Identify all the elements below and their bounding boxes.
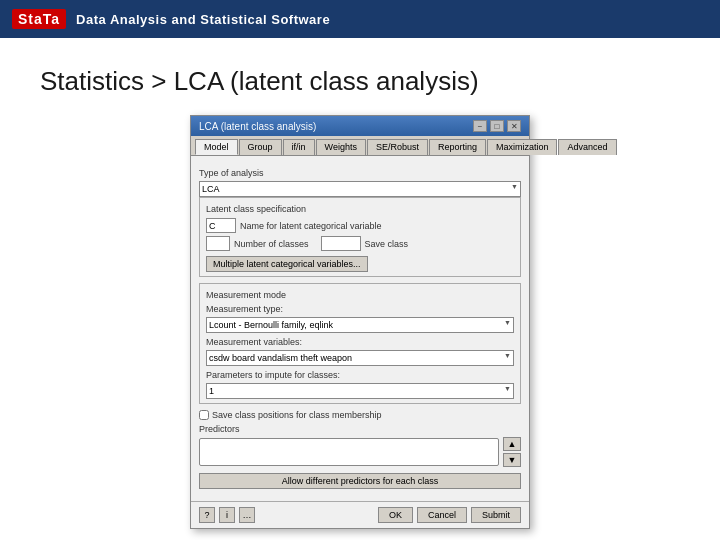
latent-class-spec-section: Latent class specification Name for late…	[199, 197, 521, 277]
type-of-analysis-select[interactable]: LCA	[199, 181, 521, 197]
tab-group[interactable]: Group	[239, 139, 282, 155]
name-input-label: Name for latent categorical variable	[240, 221, 382, 231]
tab-model[interactable]: Model	[195, 139, 238, 155]
params-wrapper: 1	[206, 383, 514, 399]
dialog-titlebar-buttons: − □ ✕	[473, 120, 521, 132]
measurement-type-wrapper: Lcount - Bernoulli family, eqlink	[206, 317, 514, 333]
close-button[interactable]: ✕	[507, 120, 521, 132]
latent-class-spec-label: Latent class specification	[206, 204, 514, 214]
dialog-window: LCA (latent class analysis) − □ ✕ Model …	[190, 115, 530, 529]
num-classes-spin[interactable]	[206, 236, 230, 251]
tab-ifin[interactable]: if/in	[283, 139, 315, 155]
move-up-button[interactable]: ▲	[503, 437, 521, 451]
more-button[interactable]: …	[239, 507, 255, 523]
allow-predictors-button[interactable]: Allow different predictors for each clas…	[199, 473, 521, 489]
save-class-input[interactable]	[321, 236, 361, 251]
move-down-button[interactable]: ▼	[503, 453, 521, 467]
help-button[interactable]: ?	[199, 507, 215, 523]
main-content: Statistics > LCA (latent class analysis)…	[0, 38, 720, 540]
stata-logo: StaTa	[12, 9, 66, 29]
save-positions-checkbox[interactable]	[199, 410, 209, 420]
footer-left-buttons: ? i …	[199, 507, 255, 523]
minimize-button[interactable]: −	[473, 120, 487, 132]
measurement-type-label: Measurement type:	[206, 304, 514, 314]
type-of-analysis-wrapper: LCA	[199, 181, 521, 197]
dialog-title: LCA (latent class analysis)	[199, 121, 316, 132]
save-class-label: Save class	[365, 239, 409, 249]
header-title: Data Analysis and Statistical Software	[76, 12, 330, 27]
dialog-tabs: Model Group if/in Weights SE/Robust Repo…	[191, 136, 529, 156]
dialog-footer: ? i … OK Cancel Submit	[191, 501, 529, 528]
multiple-latent-vars-button[interactable]: Multiple latent categorical variables...	[206, 256, 368, 272]
cancel-button[interactable]: Cancel	[417, 507, 467, 523]
header-bar: StaTa Data Analysis and Statistical Soft…	[0, 0, 720, 38]
dialog-titlebar: LCA (latent class analysis) − □ ✕	[191, 116, 529, 136]
type-of-analysis-label: Type of analysis	[199, 168, 521, 178]
footer-right-buttons: OK Cancel Submit	[378, 507, 521, 523]
measurement-vars-select[interactable]: csdw board vandalism theft weapon	[206, 350, 514, 366]
measurement-mode-section: Measurement mode Measurement type: Lcoun…	[199, 283, 521, 404]
tab-advanced[interactable]: Advanced	[558, 139, 616, 155]
dialog-body: Type of analysis LCA Latent class specif…	[191, 156, 529, 501]
page-title: Statistics > LCA (latent class analysis)	[40, 66, 680, 97]
measurement-type-select[interactable]: Lcount - Bernoulli family, eqlink	[206, 317, 514, 333]
params-select[interactable]: 1	[206, 383, 514, 399]
save-positions-row: Save class positions for class membershi…	[199, 410, 521, 420]
measurement-mode-label: Measurement mode	[206, 290, 514, 300]
tab-serobust[interactable]: SE/Robust	[367, 139, 428, 155]
ok-button[interactable]: OK	[378, 507, 413, 523]
save-positions-label: Save class positions for class membershi…	[212, 410, 382, 420]
params-label: Parameters to impute for classes:	[206, 370, 514, 380]
tab-weights[interactable]: Weights	[316, 139, 366, 155]
info-button[interactable]: i	[219, 507, 235, 523]
name-input[interactable]	[206, 218, 236, 233]
predictors-list-row: ▲ ▼	[199, 437, 521, 467]
measurement-vars-wrapper: csdw board vandalism theft weapon	[206, 350, 514, 366]
num-classes-row: Number of classes Save class	[206, 236, 514, 251]
num-classes-label: Number of classes	[234, 239, 309, 249]
maximize-button[interactable]: □	[490, 120, 504, 132]
predictors-listbox[interactable]	[199, 438, 499, 466]
tab-maximization[interactable]: Maximization	[487, 139, 558, 155]
predictors-section: Predictors ▲ ▼ Allow different predictor…	[199, 424, 521, 489]
measurement-vars-label: Measurement variables:	[206, 337, 514, 347]
predictors-label: Predictors	[199, 424, 521, 434]
tab-reporting[interactable]: Reporting	[429, 139, 486, 155]
submit-button[interactable]: Submit	[471, 507, 521, 523]
name-input-row: Name for latent categorical variable	[206, 218, 514, 233]
